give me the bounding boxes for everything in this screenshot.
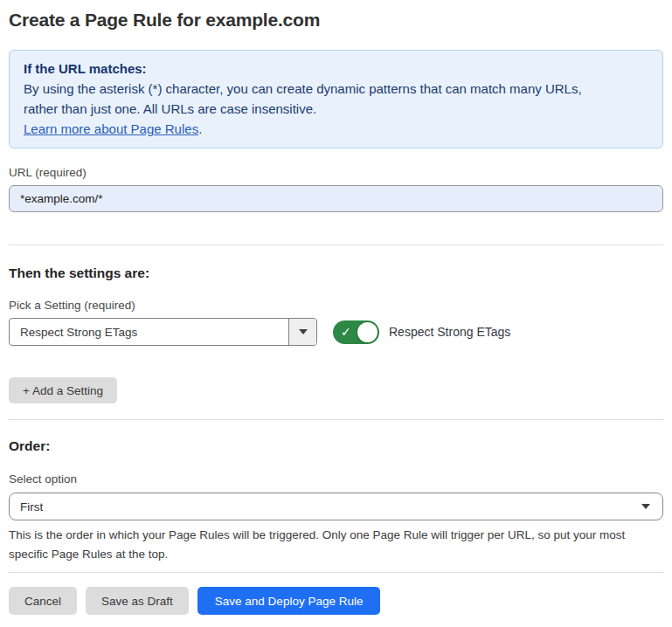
footer-button-row: Cancel Save as Draft Save and Deploy Pag… bbox=[9, 587, 663, 615]
save-and-deploy-button[interactable]: Save and Deploy Page Rule bbox=[197, 587, 381, 615]
divider bbox=[9, 419, 663, 420]
page-title: Create a Page Rule for example.com bbox=[9, 9, 663, 31]
learn-more-link[interactable]: Learn more about Page Rules bbox=[24, 121, 198, 136]
add-setting-button[interactable]: + Add a Setting bbox=[9, 377, 117, 403]
chevron-down-icon bbox=[641, 504, 650, 509]
info-box-link-line: Learn more about Page Rules. bbox=[24, 119, 648, 139]
order-help-text: This is the order in which your Page Rul… bbox=[9, 526, 663, 564]
setting-toggle-label: Respect Strong ETags bbox=[389, 325, 510, 339]
pick-setting-label: Pick a Setting (required) bbox=[9, 299, 663, 313]
order-select[interactable]: First bbox=[9, 493, 663, 520]
chevron-down-icon bbox=[299, 329, 308, 334]
order-section-heading: Order: bbox=[9, 438, 663, 454]
setting-row: Respect Strong ETags ✓ Respect Strong ET… bbox=[9, 318, 663, 346]
setting-select-value: Respect Strong ETags bbox=[10, 319, 288, 345]
divider bbox=[9, 245, 663, 245]
info-box-body-line-2: rather than just one. All URLs are case … bbox=[24, 99, 648, 119]
info-box-heading: If the URL matches: bbox=[24, 59, 648, 79]
info-box-body-line-1: By using the asterisk (*) character, you… bbox=[24, 79, 648, 99]
setting-select-arrow-button[interactable] bbox=[288, 319, 316, 345]
divider bbox=[9, 572, 663, 573]
setting-select[interactable]: Respect Strong ETags bbox=[9, 318, 317, 346]
save-as-draft-button[interactable]: Save as Draft bbox=[86, 587, 189, 615]
setting-toggle[interactable]: ✓ bbox=[333, 320, 379, 344]
url-field-label: URL (required) bbox=[9, 166, 663, 180]
order-select-label: Select option bbox=[9, 472, 663, 486]
create-page-rule-panel: Create a Page Rule for example.com If th… bbox=[0, 9, 672, 615]
check-icon: ✓ bbox=[341, 326, 351, 338]
settings-section-heading: Then the settings are: bbox=[9, 265, 663, 281]
url-match-info-box: If the URL matches: By using the asteris… bbox=[9, 50, 663, 148]
link-suffix: . bbox=[198, 121, 202, 136]
order-select-value: First bbox=[20, 500, 43, 513]
url-input[interactable] bbox=[9, 185, 663, 212]
cancel-button[interactable]: Cancel bbox=[9, 587, 77, 615]
toggle-knob bbox=[357, 322, 378, 342]
